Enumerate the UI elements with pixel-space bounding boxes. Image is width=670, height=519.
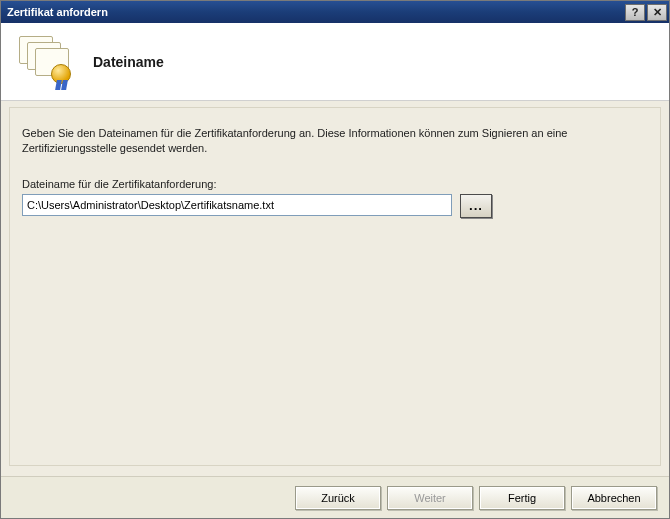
description-text: Geben Sie den Dateinamen für die Zertifi… (22, 126, 582, 156)
page-title: Dateiname (93, 54, 164, 70)
certificate-icon (19, 36, 75, 88)
wizard-footer: Zurück Weiter Fertig Abbrechen (1, 476, 669, 518)
content-panel: Geben Sie den Dateinamen für die Zertifi… (9, 107, 661, 466)
titlebar: Zertifikat anfordern ? ✕ (1, 1, 669, 23)
finish-button[interactable]: Fertig (479, 486, 565, 510)
wizard-window: Zertifikat anfordern ? ✕ Dateiname Geben… (0, 0, 670, 519)
wizard-header: Dateiname (1, 23, 669, 101)
cancel-button[interactable]: Abbrechen (571, 486, 657, 510)
next-button: Weiter (387, 486, 473, 510)
filename-row: ... (22, 194, 648, 218)
wizard-body: Geben Sie den Dateinamen für die Zertifi… (1, 101, 669, 476)
browse-button[interactable]: ... (460, 194, 492, 218)
close-button[interactable]: ✕ (647, 4, 667, 21)
window-title: Zertifikat anfordern (7, 6, 623, 18)
filename-label: Dateiname für die Zertifikatanforderung: (22, 178, 648, 190)
filename-input[interactable] (22, 194, 452, 216)
help-button[interactable]: ? (625, 4, 645, 21)
back-button[interactable]: Zurück (295, 486, 381, 510)
